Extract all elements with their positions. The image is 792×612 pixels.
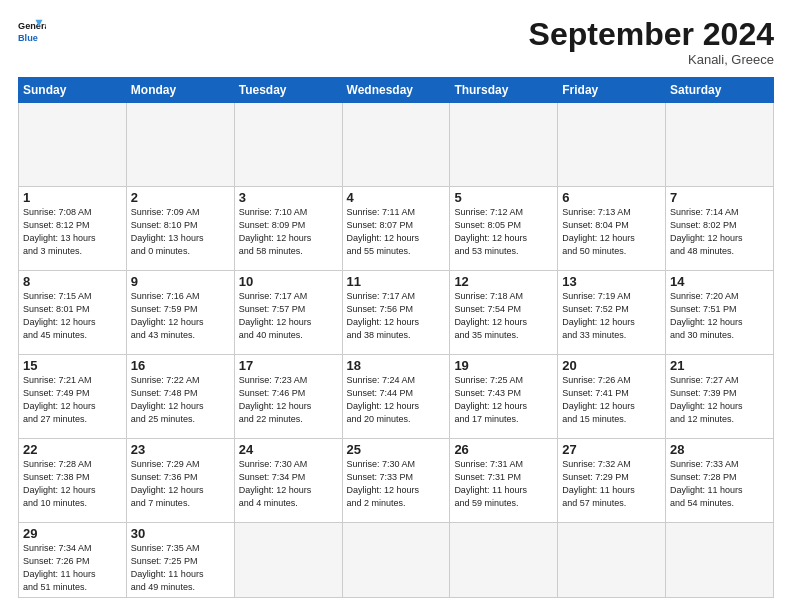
- day-info: Sunrise: 7:08 AM Sunset: 8:12 PM Dayligh…: [23, 206, 122, 258]
- day-info: Sunrise: 7:09 AM Sunset: 8:10 PM Dayligh…: [131, 206, 230, 258]
- calendar-cell: 23Sunrise: 7:29 AM Sunset: 7:36 PM Dayli…: [126, 439, 234, 523]
- calendar-week-row: 8Sunrise: 7:15 AM Sunset: 8:01 PM Daylig…: [19, 271, 774, 355]
- day-number: 18: [347, 358, 446, 373]
- calendar-cell: 18Sunrise: 7:24 AM Sunset: 7:44 PM Dayli…: [342, 355, 450, 439]
- day-info: Sunrise: 7:23 AM Sunset: 7:46 PM Dayligh…: [239, 374, 338, 426]
- day-info: Sunrise: 7:32 AM Sunset: 7:29 PM Dayligh…: [562, 458, 661, 510]
- day-number: 8: [23, 274, 122, 289]
- calendar-cell: [666, 523, 774, 598]
- day-info: Sunrise: 7:13 AM Sunset: 8:04 PM Dayligh…: [562, 206, 661, 258]
- day-number: 23: [131, 442, 230, 457]
- calendar-cell: 30Sunrise: 7:35 AM Sunset: 7:25 PM Dayli…: [126, 523, 234, 598]
- day-number: 13: [562, 274, 661, 289]
- day-info: Sunrise: 7:15 AM Sunset: 8:01 PM Dayligh…: [23, 290, 122, 342]
- calendar-cell: 26Sunrise: 7:31 AM Sunset: 7:31 PM Dayli…: [450, 439, 558, 523]
- calendar-cell: 3Sunrise: 7:10 AM Sunset: 8:09 PM Daylig…: [234, 187, 342, 271]
- calendar-cell: [558, 103, 666, 187]
- day-info: Sunrise: 7:24 AM Sunset: 7:44 PM Dayligh…: [347, 374, 446, 426]
- day-info: Sunrise: 7:27 AM Sunset: 7:39 PM Dayligh…: [670, 374, 769, 426]
- calendar-week-row: 1Sunrise: 7:08 AM Sunset: 8:12 PM Daylig…: [19, 187, 774, 271]
- calendar-body: 1Sunrise: 7:08 AM Sunset: 8:12 PM Daylig…: [19, 103, 774, 598]
- day-info: Sunrise: 7:18 AM Sunset: 7:54 PM Dayligh…: [454, 290, 553, 342]
- calendar-day-header: Tuesday: [234, 78, 342, 103]
- calendar-day-header: Monday: [126, 78, 234, 103]
- day-number: 10: [239, 274, 338, 289]
- day-info: Sunrise: 7:26 AM Sunset: 7:41 PM Dayligh…: [562, 374, 661, 426]
- calendar-cell: 27Sunrise: 7:32 AM Sunset: 7:29 PM Dayli…: [558, 439, 666, 523]
- calendar-cell: [450, 103, 558, 187]
- day-number: 3: [239, 190, 338, 205]
- day-info: Sunrise: 7:10 AM Sunset: 8:09 PM Dayligh…: [239, 206, 338, 258]
- calendar-cell: 5Sunrise: 7:12 AM Sunset: 8:05 PM Daylig…: [450, 187, 558, 271]
- calendar-day-header: Saturday: [666, 78, 774, 103]
- day-info: Sunrise: 7:19 AM Sunset: 7:52 PM Dayligh…: [562, 290, 661, 342]
- day-info: Sunrise: 7:11 AM Sunset: 8:07 PM Dayligh…: [347, 206, 446, 258]
- calendar-cell: 19Sunrise: 7:25 AM Sunset: 7:43 PM Dayli…: [450, 355, 558, 439]
- logo-icon: General Blue: [18, 18, 46, 46]
- calendar-day-header: Wednesday: [342, 78, 450, 103]
- month-title: September 2024: [529, 18, 774, 50]
- day-number: 4: [347, 190, 446, 205]
- calendar-cell: [342, 103, 450, 187]
- day-number: 1: [23, 190, 122, 205]
- day-number: 20: [562, 358, 661, 373]
- day-number: 28: [670, 442, 769, 457]
- calendar-week-row: 22Sunrise: 7:28 AM Sunset: 7:38 PM Dayli…: [19, 439, 774, 523]
- day-info: Sunrise: 7:35 AM Sunset: 7:25 PM Dayligh…: [131, 542, 230, 594]
- calendar-cell: 29Sunrise: 7:34 AM Sunset: 7:26 PM Dayli…: [19, 523, 127, 598]
- calendar-cell: 24Sunrise: 7:30 AM Sunset: 7:34 PM Dayli…: [234, 439, 342, 523]
- calendar-week-row: 15Sunrise: 7:21 AM Sunset: 7:49 PM Dayli…: [19, 355, 774, 439]
- day-number: 17: [239, 358, 338, 373]
- svg-text:General: General: [18, 21, 46, 31]
- title-block: September 2024 Kanali, Greece: [529, 18, 774, 67]
- day-number: 29: [23, 526, 122, 541]
- calendar-day-header: Friday: [558, 78, 666, 103]
- day-number: 11: [347, 274, 446, 289]
- calendar-cell: 10Sunrise: 7:17 AM Sunset: 7:57 PM Dayli…: [234, 271, 342, 355]
- calendar-cell: 4Sunrise: 7:11 AM Sunset: 8:07 PM Daylig…: [342, 187, 450, 271]
- calendar-cell: 28Sunrise: 7:33 AM Sunset: 7:28 PM Dayli…: [666, 439, 774, 523]
- day-number: 19: [454, 358, 553, 373]
- calendar-page: General Blue September 2024 Kanali, Gree…: [0, 0, 792, 612]
- calendar-cell: [342, 523, 450, 598]
- day-info: Sunrise: 7:22 AM Sunset: 7:48 PM Dayligh…: [131, 374, 230, 426]
- day-info: Sunrise: 7:34 AM Sunset: 7:26 PM Dayligh…: [23, 542, 122, 594]
- day-info: Sunrise: 7:12 AM Sunset: 8:05 PM Dayligh…: [454, 206, 553, 258]
- calendar-cell: 17Sunrise: 7:23 AM Sunset: 7:46 PM Dayli…: [234, 355, 342, 439]
- day-info: Sunrise: 7:28 AM Sunset: 7:38 PM Dayligh…: [23, 458, 122, 510]
- calendar-cell: 7Sunrise: 7:14 AM Sunset: 8:02 PM Daylig…: [666, 187, 774, 271]
- calendar-cell: 20Sunrise: 7:26 AM Sunset: 7:41 PM Dayli…: [558, 355, 666, 439]
- calendar-cell: 15Sunrise: 7:21 AM Sunset: 7:49 PM Dayli…: [19, 355, 127, 439]
- day-number: 24: [239, 442, 338, 457]
- svg-text:Blue: Blue: [18, 33, 38, 43]
- day-number: 6: [562, 190, 661, 205]
- day-number: 21: [670, 358, 769, 373]
- day-info: Sunrise: 7:30 AM Sunset: 7:34 PM Dayligh…: [239, 458, 338, 510]
- day-info: Sunrise: 7:17 AM Sunset: 7:56 PM Dayligh…: [347, 290, 446, 342]
- day-number: 5: [454, 190, 553, 205]
- calendar-cell: 1Sunrise: 7:08 AM Sunset: 8:12 PM Daylig…: [19, 187, 127, 271]
- day-info: Sunrise: 7:31 AM Sunset: 7:31 PM Dayligh…: [454, 458, 553, 510]
- day-number: 16: [131, 358, 230, 373]
- calendar-cell: 6Sunrise: 7:13 AM Sunset: 8:04 PM Daylig…: [558, 187, 666, 271]
- calendar-cell: 13Sunrise: 7:19 AM Sunset: 7:52 PM Dayli…: [558, 271, 666, 355]
- calendar-cell: 8Sunrise: 7:15 AM Sunset: 8:01 PM Daylig…: [19, 271, 127, 355]
- calendar-cell: [558, 523, 666, 598]
- calendar-cell: 25Sunrise: 7:30 AM Sunset: 7:33 PM Dayli…: [342, 439, 450, 523]
- calendar-week-row: [19, 103, 774, 187]
- day-info: Sunrise: 7:33 AM Sunset: 7:28 PM Dayligh…: [670, 458, 769, 510]
- calendar-cell: 16Sunrise: 7:22 AM Sunset: 7:48 PM Dayli…: [126, 355, 234, 439]
- calendar-cell: 11Sunrise: 7:17 AM Sunset: 7:56 PM Dayli…: [342, 271, 450, 355]
- calendar-cell: 22Sunrise: 7:28 AM Sunset: 7:38 PM Dayli…: [19, 439, 127, 523]
- calendar-cell: [19, 103, 127, 187]
- calendar-table: SundayMondayTuesdayWednesdayThursdayFrid…: [18, 77, 774, 598]
- day-number: 7: [670, 190, 769, 205]
- calendar-cell: 2Sunrise: 7:09 AM Sunset: 8:10 PM Daylig…: [126, 187, 234, 271]
- day-number: 2: [131, 190, 230, 205]
- calendar-header-row: SundayMondayTuesdayWednesdayThursdayFrid…: [19, 78, 774, 103]
- calendar-day-header: Thursday: [450, 78, 558, 103]
- calendar-cell: 9Sunrise: 7:16 AM Sunset: 7:59 PM Daylig…: [126, 271, 234, 355]
- day-number: 30: [131, 526, 230, 541]
- day-number: 9: [131, 274, 230, 289]
- calendar-cell: [126, 103, 234, 187]
